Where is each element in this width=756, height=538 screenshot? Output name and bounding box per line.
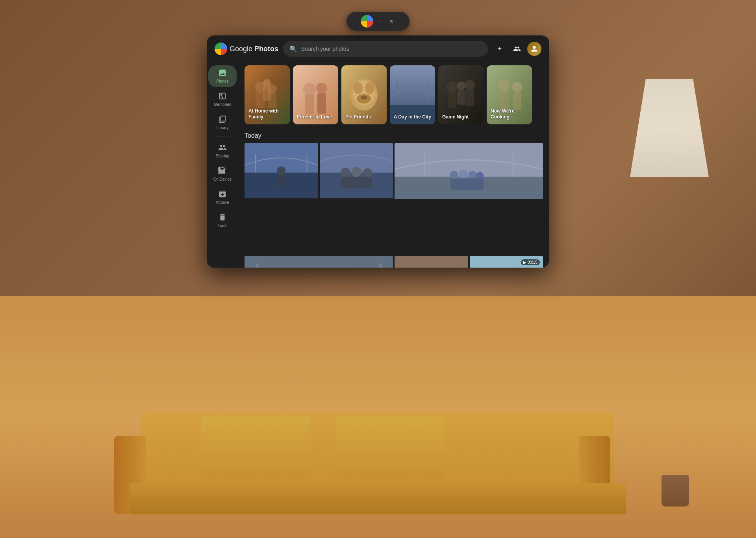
sidebar-item-trash[interactable]: Trash [208,210,237,231]
svg-point-21 [361,96,367,100]
sidebar-item-archive[interactable]: Archive [208,187,237,208]
svg-rect-53 [341,177,372,188]
memory-card-forever-in-love[interactable]: Forever in Love [293,65,338,124]
sidebar-item-on-device[interactable]: On Device [208,163,237,185]
app-window: Google Photos 🔍 Search your photos + [207,35,549,268]
svg-rect-41 [513,92,521,110]
memory-label-day-in-city: A Day in the City [394,114,431,120]
archive-label: Archive [216,200,229,205]
sidebar-item-library[interactable]: Library [208,112,237,133]
photos-label: Photos [216,79,228,84]
on-device-icon [218,166,227,176]
svg-rect-66 [256,264,259,268]
sidebar-divider [215,137,230,137]
lamp-shade [630,79,709,177]
memory-label-pet-friends: Pet Friends [345,114,383,120]
main-content: At Home with Family [238,62,549,268]
svg-point-61 [476,172,484,179]
memory-card-day-in-city[interactable]: A Day in the City [390,65,435,124]
lamp [630,79,709,177]
sidebar-item-sharing[interactable]: Sharing [208,140,237,162]
svg-rect-39 [500,91,509,110]
photo-grid: ▶ 00:15 [245,143,543,268]
search-bar[interactable]: 🔍 Search your photos [283,41,488,57]
user-avatar[interactable] [527,42,541,56]
memory-label-game-night: Game Night [442,114,480,120]
svg-rect-11 [305,94,314,114]
archive-icon [218,190,227,200]
svg-point-52 [363,168,372,177]
video-badge: ▶ 00:15 [521,259,540,265]
app-icon [361,15,373,28]
memory-card-game-night[interactable]: Game Night [438,65,484,124]
svg-point-51 [351,167,361,177]
app-header: Google Photos 🔍 Search your photos + [207,35,549,62]
sidebar-item-memories[interactable]: Memories [208,89,237,110]
svg-point-32 [465,80,475,90]
memory-label-now-were-cooking: Now We're Cooking [491,108,528,120]
svg-point-10 [303,83,316,95]
memory-label-at-home-family: At Home with Family [248,108,286,120]
library-icon [218,115,227,125]
sharing-icon [218,143,227,153]
memories-icon [218,92,227,102]
svg-rect-67 [379,264,382,268]
on-device-label: On Device [213,177,232,182]
svg-point-12 [316,83,327,94]
photo-cell-4[interactable] [245,256,393,268]
svg-point-38 [498,79,510,91]
svg-rect-7 [263,87,271,101]
photo-cell-5[interactable] [395,256,468,268]
svg-point-46 [277,166,285,175]
add-button[interactable]: + [493,42,507,56]
svg-rect-13 [317,93,326,114]
sidebar-item-photos[interactable]: Photos [208,65,237,87]
svg-point-30 [447,81,458,92]
trash-icon [218,213,227,223]
sofa-cushion-left [201,416,311,479]
svg-point-34 [457,81,465,90]
minimize-button[interactable]: – [377,18,384,24]
svg-point-50 [341,168,350,177]
app-title: Google Photos [230,45,278,53]
svg-rect-63 [245,256,393,268]
header-actions: + [493,42,541,56]
svg-rect-62 [450,179,484,190]
svg-point-19 [365,82,374,94]
sidebar: Photos Memories Library [207,62,238,268]
google-photos-logo-icon [215,43,227,55]
svg-rect-47 [278,175,285,186]
svg-point-58 [450,171,458,179]
memory-label-forever-in-love: Forever in Love [297,114,334,120]
app-body: Photos Memories Library [207,62,549,268]
svg-point-60 [469,171,477,179]
trash-label: Trash [217,224,227,228]
svg-rect-74 [395,256,468,268]
search-icon: 🔍 [289,45,297,53]
library-label: Library [217,126,229,130]
memory-card-now-were-cooking[interactable]: Now We're Cooking [487,65,532,124]
photo-cell-2[interactable] [320,143,393,255]
svg-point-6 [263,79,271,87]
photo-cell-6[interactable]: ▶ 00:15 [470,256,543,268]
svg-point-59 [459,170,468,179]
title-bar: – ✕ [346,12,410,31]
sharing-label: Sharing [216,154,229,159]
share-people-button[interactable] [510,42,524,56]
memory-card-at-home-family[interactable]: At Home with Family [245,65,290,124]
close-button[interactable]: ✕ [387,17,395,25]
sofa-cushion-right [335,416,445,479]
svg-point-40 [512,82,522,92]
sofa-seat [130,483,626,514]
svg-point-18 [353,82,363,94]
photo-cell-1[interactable] [245,143,318,255]
photo-cell-3[interactable] [395,143,543,255]
svg-rect-35 [457,90,465,105]
svg-rect-33 [465,90,474,106]
svg-rect-31 [448,92,456,108]
mug [662,475,689,507]
memories-strip: At Home with Family [245,62,543,129]
search-placeholder: Search your photos [301,46,349,52]
photos-icon [218,68,227,78]
memory-card-pet-friends[interactable]: Pet Friends [341,65,387,124]
